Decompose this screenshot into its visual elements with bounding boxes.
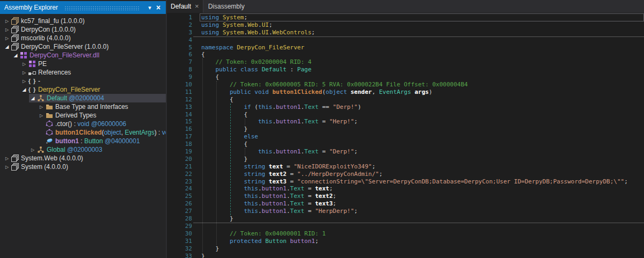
tree-item-pe[interactable]: ▷PE bbox=[0, 60, 166, 68]
line-number: 26 bbox=[167, 200, 192, 208]
expander-collapsed-icon[interactable]: ▷ bbox=[38, 105, 45, 109]
code-line-text: } bbox=[201, 156, 644, 163]
line-number: 18 bbox=[167, 141, 192, 148]
tree-item-button1clicked[interactable]: button1Clicked(object, EventArgs) : void bbox=[0, 128, 166, 137]
tree-indent bbox=[0, 68, 20, 77]
code-line-4[interactable]: 4 bbox=[167, 36, 644, 44]
code-line-15[interactable]: 15 this.button1.Text = "Herp!"; bbox=[167, 118, 644, 126]
panel-header[interactable]: Assembly Explorer ▾ × bbox=[0, 1, 166, 14]
expander-collapsed-icon[interactable]: ▷ bbox=[20, 62, 28, 67]
tree-item-mscorlib-4-0-0-0[interactable]: ▷mscorlib (4.0.0.0) bbox=[0, 34, 166, 42]
code-line-14[interactable]: 14 { bbox=[167, 111, 644, 119]
expander-expanded-icon[interactable]: ◢ bbox=[3, 44, 11, 49]
code-line-32[interactable]: 32 } bbox=[167, 245, 644, 253]
tree-item-derpycon-fileserver-dll[interactable]: ◢DerpyCon_FileServer.dll bbox=[0, 51, 166, 60]
code-line-text: { bbox=[201, 73, 644, 81]
tree-item-[interactable]: ▷{ }- bbox=[0, 77, 166, 85]
code-line-2[interactable]: 2using System.Web.UI; bbox=[167, 21, 644, 29]
expander-collapsed-icon[interactable]: ▷ bbox=[20, 70, 28, 75]
code-line-29[interactable]: 29 bbox=[167, 223, 644, 230]
code-line-text: this.button1.Text = "Derp!"; bbox=[201, 148, 644, 156]
tree-item-derpycon-fileserver-1-0-0-0[interactable]: ◢DerpyCon_FileServer (1.0.0.0) bbox=[0, 42, 166, 51]
tree-item-default[interactable]: ◢Default @02000004 bbox=[0, 94, 166, 102]
code-line-20[interactable]: 20 } bbox=[167, 156, 644, 163]
tree-item-base-type-and-interfaces[interactable]: ▷Base Type and Interfaces bbox=[0, 102, 166, 111]
code-line-24[interactable]: 24 this.button1.Text = text; bbox=[167, 185, 644, 193]
tree-item-global[interactable]: ▷Global @02000003 bbox=[0, 145, 166, 154]
code-line-26[interactable]: 26 this.button1.Text = text3; bbox=[167, 200, 644, 208]
tree-item-content: ▷References bbox=[20, 68, 166, 77]
tree-item-label: .ctor() : void @06000006 bbox=[55, 120, 126, 128]
chevron-down-icon[interactable]: ▾ bbox=[145, 1, 154, 14]
tree-item-kc57-final-fu-1-0-0-0[interactable]: ▷kc57_final_fu (1.0.0.0) bbox=[0, 17, 166, 25]
code-line-18[interactable]: 18 { bbox=[167, 141, 644, 148]
code-line-19[interactable]: 19 this.button1.Text = "Derp!"; bbox=[167, 148, 644, 156]
code-line-30[interactable]: 30 // Token: 0x04000001 RID: 1 bbox=[167, 230, 644, 238]
tree-item-label: DerpyCon (1.0.0.0) bbox=[21, 26, 76, 33]
expander-collapsed-icon[interactable]: ▷ bbox=[29, 148, 36, 152]
close-icon[interactable]: × bbox=[154, 1, 163, 14]
tree-item-system-4-0-0-0[interactable]: ▷System (4.0.0.0) bbox=[0, 163, 166, 171]
tree-item-derived-types[interactable]: ▷Derived Types bbox=[0, 111, 166, 120]
code-line-9[interactable]: 9 { bbox=[167, 73, 644, 81]
code-line-3[interactable]: 3using System.Web.UI.WebControls; bbox=[167, 29, 644, 36]
code-line-23[interactable]: 23 string text3 = "connectionString=\"Se… bbox=[167, 178, 644, 186]
code-line-text: // Token: 0x06000005 RID: 5 RVA: 0x00002… bbox=[201, 81, 644, 89]
code-line-text: string text2 = "../HerpDerpyConAdmin/"; bbox=[201, 171, 644, 178]
expander-collapsed-icon[interactable]: ▷ bbox=[3, 27, 11, 32]
tree-item-label: - bbox=[38, 77, 40, 85]
code-editor[interactable]: 1using System;2using System.Web.UI;3usin… bbox=[167, 13, 644, 258]
tree-item-system-web-4-0-0-0[interactable]: ▷System.Web (4.0.0.0) bbox=[0, 154, 166, 163]
code-line-16[interactable]: 16 } bbox=[167, 126, 644, 133]
expander-collapsed-icon[interactable]: ▷ bbox=[3, 36, 11, 41]
code-line-28[interactable]: 28 } bbox=[167, 215, 644, 223]
code-line-11[interactable]: 11 public void button1Clicked(object sen… bbox=[167, 89, 644, 96]
line-number: 21 bbox=[167, 163, 192, 171]
tab-default[interactable]: Default× bbox=[167, 0, 203, 13]
close-icon[interactable]: × bbox=[195, 3, 199, 10]
expander-expanded-icon[interactable]: ◢ bbox=[12, 53, 19, 58]
line-number: 33 bbox=[167, 253, 192, 258]
tree-item-content: button1Clicked(object, EventArgs) : void bbox=[38, 128, 166, 137]
code-line-17[interactable]: 17 else bbox=[167, 133, 644, 141]
tree-item-button1[interactable]: *button1 : Button @04000001 bbox=[0, 137, 166, 145]
code-line-1[interactable]: 1using System; bbox=[167, 14, 644, 21]
expander-expanded-icon[interactable]: ◢ bbox=[20, 87, 28, 92]
code-line-13[interactable]: 13 if (this.button1.Text == "Derp!") bbox=[167, 104, 644, 111]
code-line-12[interactable]: 12 { bbox=[167, 96, 644, 104]
code-line-7[interactable]: 7 // Token: 0x02000004 RID: 4 bbox=[167, 58, 644, 66]
code-line-8[interactable]: 8 public class Default : Page bbox=[167, 66, 644, 73]
tab-disassembly[interactable]: Disassembly bbox=[203, 0, 250, 13]
expander-collapsed-icon[interactable]: ▷ bbox=[38, 113, 45, 118]
expander-collapsed-icon[interactable]: ▷ bbox=[3, 165, 11, 169]
expander-collapsed-icon[interactable]: ▷ bbox=[3, 19, 11, 24]
code-line-10[interactable]: 10 // Token: 0x06000005 RID: 5 RVA: 0x00… bbox=[167, 81, 644, 89]
line-number: 17 bbox=[167, 133, 192, 141]
tree-item-derpycon-fileserver[interactable]: ◢{ }DerpyCon_FileServer bbox=[0, 85, 166, 94]
tree-item-content: ▷Derived Types bbox=[38, 111, 166, 120]
line-number: 13 bbox=[167, 104, 192, 111]
tree-item-label: mscorlib (4.0.0.0) bbox=[21, 34, 71, 42]
code-line-25[interactable]: 25 this.button1.Text = text2; bbox=[167, 193, 644, 200]
expander-collapsed-icon[interactable]: ▷ bbox=[3, 156, 11, 161]
line-number: 20 bbox=[167, 156, 192, 163]
tree-item-content: ◢DerpyCon_FileServer (1.0.0.0) bbox=[3, 42, 166, 51]
line-number: 8 bbox=[167, 66, 192, 73]
folder-icon bbox=[45, 103, 54, 110]
code-line-21[interactable]: 21 string text = "NiceIDORExploitYo349"; bbox=[167, 163, 644, 171]
code-line-27[interactable]: 27 this.button1.Text = "HerpDerp!"; bbox=[167, 208, 644, 215]
expander-expanded-icon[interactable]: ◢ bbox=[29, 95, 36, 101]
expander-collapsed-icon[interactable]: ▷ bbox=[20, 79, 28, 84]
code-line-33[interactable]: 33} bbox=[167, 253, 644, 258]
assembly-explorer-panel: Assembly Explorer ▾ × ▷kc57_final_fu (1.… bbox=[0, 0, 167, 258]
code-line-22[interactable]: 22 string text2 = "../HerpDerpyConAdmin/… bbox=[167, 171, 644, 178]
code-line-5[interactable]: 5namespace DerpyCon_FileServer bbox=[167, 44, 644, 51]
tree-item-references[interactable]: ▷References bbox=[0, 68, 166, 77]
code-line-text: else bbox=[201, 133, 644, 141]
line-number: 10 bbox=[167, 81, 192, 89]
code-line-6[interactable]: 6{ bbox=[167, 51, 644, 58]
tree-item-ctor[interactable]: .ctor() : void @06000006 bbox=[0, 120, 166, 128]
code-line-31[interactable]: 31 protected Button button1; bbox=[167, 238, 644, 245]
tree-item-derpycon-1-0-0-0[interactable]: ▷DerpyCon (1.0.0.0) bbox=[0, 25, 166, 34]
code-line-text bbox=[201, 223, 644, 230]
